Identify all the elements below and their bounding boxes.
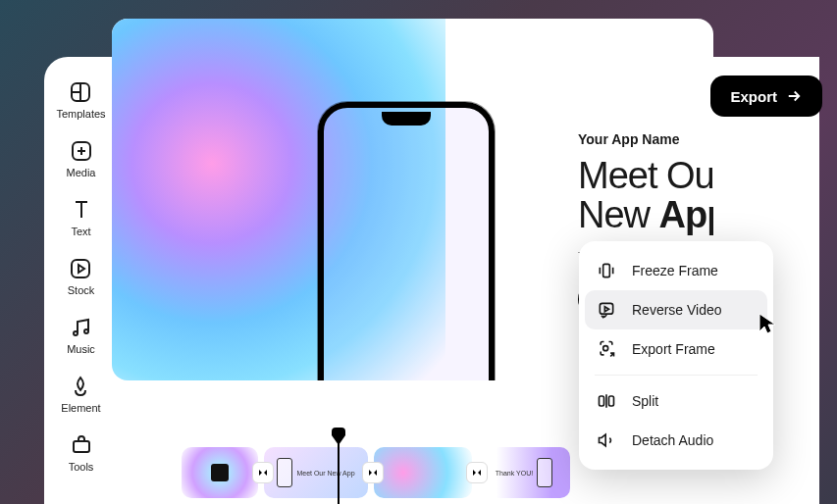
menu-item-label: Freeze Frame [632,263,718,278]
tools-icon [70,433,93,457]
sidebar-label: Tools [69,461,94,473]
menu-item-split[interactable]: Split [585,381,767,421]
arrow-right-icon [785,87,803,105]
sidebar-label: Media [67,167,96,178]
menu-item-label: Split [632,393,658,409]
sidebar-item-stock[interactable]: Stock [68,257,95,296]
reverse-video-icon [597,300,616,320]
menu-item-reverse-video[interactable]: Reverse Video [585,290,767,329]
svg-rect-2 [72,260,89,277]
media-icon [70,139,93,163]
svg-rect-7 [600,303,612,314]
text-icon [70,198,93,222]
menu-item-export-frame[interactable]: Export Frame [585,329,767,369]
menu-item-label: Detach Audio [632,432,713,448]
svg-point-3 [74,331,78,335]
timeline-clips: Meet Our New App Thank YOU! [182,447,613,498]
sidebar-item-media[interactable]: Media [67,139,96,178]
transition-marker[interactable] [252,462,274,483]
sidebar: Templates Media Text Stock Music Element… [44,71,118,473]
timeline-clip[interactable] [374,447,472,498]
timeline-clip[interactable] [182,447,258,498]
playhead[interactable] [338,429,340,504]
export-frame-icon [597,339,616,359]
sidebar-item-element[interactable]: Element [61,375,100,414]
export-button[interactable]: Export [710,76,822,117]
menu-divider [595,375,758,376]
menu-item-label: Reverse Video [632,302,722,318]
headline-text: Meet Our New App [578,157,713,235]
app-name-text: Your App Name [578,131,713,147]
context-menu: Freeze Frame Reverse Video Export Frame … [579,241,773,470]
timeline-clip[interactable]: Thank YOU! [478,447,570,498]
sidebar-label: Stock [68,284,95,296]
sidebar-label: Templates [56,108,105,120]
timeline[interactable]: Meet Our New App Thank YOU! [182,447,613,504]
transition-marker[interactable] [362,462,384,483]
phone-mockup [318,102,495,380]
sidebar-item-text[interactable]: Text [70,198,93,237]
svg-rect-6 [603,264,610,277]
svg-point-4 [84,329,88,333]
cursor-pointer [758,312,779,337]
sidebar-label: Music [67,343,95,355]
music-icon [69,316,92,339]
svg-rect-10 [609,396,614,406]
sidebar-label: Text [71,226,90,237]
element-icon [69,375,92,398]
svg-rect-9 [600,396,604,406]
sidebar-item-templates[interactable]: Templates [56,80,105,120]
detach-audio-icon [597,430,616,450]
timeline-clip[interactable]: Meet Our New App [264,447,368,498]
transition-marker[interactable] [466,462,488,483]
export-label: Export [730,88,777,105]
sidebar-item-music[interactable]: Music [67,316,95,355]
menu-item-label: Export Frame [632,341,715,357]
sidebar-label: Element [61,402,100,414]
stock-icon [69,257,92,280]
menu-item-freeze-frame[interactable]: Freeze Frame [585,251,767,290]
templates-icon [69,80,92,104]
sidebar-item-tools[interactable]: Tools [69,433,94,473]
svg-point-8 [603,346,608,351]
menu-item-detach-audio[interactable]: Detach Audio [585,421,767,460]
split-icon [597,391,616,411]
svg-rect-5 [74,441,89,452]
freeze-frame-icon [597,261,616,280]
